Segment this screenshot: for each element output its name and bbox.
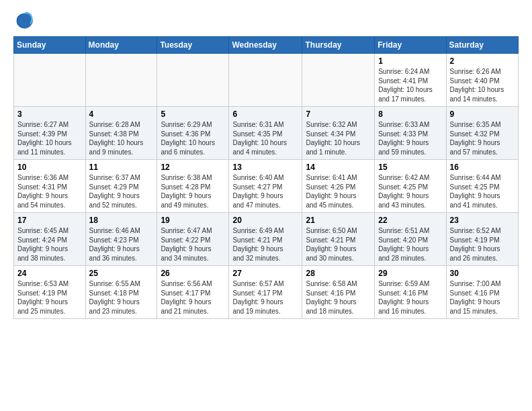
column-header-wednesday: Wednesday xyxy=(229,37,302,54)
calendar-cell: 12Sunrise: 6:38 AM Sunset: 4:28 PM Dayli… xyxy=(157,160,229,213)
calendar-cell: 1Sunrise: 6:24 AM Sunset: 4:41 PM Daylig… xyxy=(375,54,446,107)
day-number: 25 xyxy=(89,269,154,278)
calendar-week-row: 17Sunrise: 6:45 AM Sunset: 4:24 PM Dayli… xyxy=(14,213,519,266)
day-number: 4 xyxy=(89,109,154,119)
calendar-cell: 29Sunrise: 6:59 AM Sunset: 4:16 PM Dayli… xyxy=(375,266,446,319)
calendar-cell xyxy=(302,54,375,107)
column-header-friday: Friday xyxy=(375,37,446,54)
day-info: Sunrise: 7:00 AM Sunset: 4:16 PM Dayligh… xyxy=(450,279,515,316)
day-number: 7 xyxy=(306,109,371,119)
column-header-monday: Monday xyxy=(85,37,157,54)
day-info: Sunrise: 6:49 AM Sunset: 4:21 PM Dayligh… xyxy=(232,226,298,263)
calendar-body: 1Sunrise: 6:24 AM Sunset: 4:41 PM Daylig… xyxy=(14,54,519,319)
column-header-sunday: Sunday xyxy=(14,37,86,54)
calendar-cell: 28Sunrise: 6:58 AM Sunset: 4:16 PM Dayli… xyxy=(302,266,375,319)
calendar-cell: 10Sunrise: 6:36 AM Sunset: 4:31 PM Dayli… xyxy=(14,160,86,213)
day-info: Sunrise: 6:52 AM Sunset: 4:19 PM Dayligh… xyxy=(450,226,515,263)
day-info: Sunrise: 6:37 AM Sunset: 4:29 PM Dayligh… xyxy=(89,173,154,210)
day-number: 2 xyxy=(450,56,515,66)
day-number: 17 xyxy=(17,216,82,225)
calendar-cell: 11Sunrise: 6:37 AM Sunset: 4:29 PM Dayli… xyxy=(85,160,157,213)
calendar-cell: 25Sunrise: 6:55 AM Sunset: 4:18 PM Dayli… xyxy=(85,266,157,319)
day-number: 9 xyxy=(450,109,515,119)
day-info: Sunrise: 6:28 AM Sunset: 4:38 PM Dayligh… xyxy=(89,120,154,156)
calendar-cell: 14Sunrise: 6:41 AM Sunset: 4:26 PM Dayli… xyxy=(302,160,375,213)
day-number: 19 xyxy=(161,216,225,225)
calendar-cell: 9Sunrise: 6:35 AM Sunset: 4:32 PM Daylig… xyxy=(446,107,518,160)
day-number: 14 xyxy=(306,163,371,172)
day-info: Sunrise: 6:50 AM Sunset: 4:21 PM Dayligh… xyxy=(306,226,371,263)
calendar-cell: 5Sunrise: 6:29 AM Sunset: 4:36 PM Daylig… xyxy=(157,107,229,160)
day-number: 26 xyxy=(161,269,225,278)
day-info: Sunrise: 6:44 AM Sunset: 4:25 PM Dayligh… xyxy=(450,173,515,210)
day-info: Sunrise: 6:31 AM Sunset: 4:35 PM Dayligh… xyxy=(232,120,298,156)
calendar-week-row: 1Sunrise: 6:24 AM Sunset: 4:41 PM Daylig… xyxy=(14,54,519,107)
day-info: Sunrise: 6:47 AM Sunset: 4:22 PM Dayligh… xyxy=(161,226,225,263)
column-header-thursday: Thursday xyxy=(302,37,375,54)
day-number: 6 xyxy=(232,109,298,119)
day-number: 10 xyxy=(17,163,82,172)
calendar-cell: 21Sunrise: 6:50 AM Sunset: 4:21 PM Dayli… xyxy=(302,213,375,266)
calendar-cell: 15Sunrise: 6:42 AM Sunset: 4:25 PM Dayli… xyxy=(375,160,446,213)
day-info: Sunrise: 6:36 AM Sunset: 4:31 PM Dayligh… xyxy=(17,173,82,210)
calendar-cell: 27Sunrise: 6:57 AM Sunset: 4:17 PM Dayli… xyxy=(229,266,302,319)
calendar-cell: 19Sunrise: 6:47 AM Sunset: 4:22 PM Dayli… xyxy=(157,213,229,266)
calendar-cell: 4Sunrise: 6:28 AM Sunset: 4:38 PM Daylig… xyxy=(85,107,157,160)
day-info: Sunrise: 6:33 AM Sunset: 4:33 PM Dayligh… xyxy=(378,120,442,156)
calendar-cell: 2Sunrise: 6:26 AM Sunset: 4:40 PM Daylig… xyxy=(446,54,518,107)
calendar-cell xyxy=(157,54,229,107)
day-number: 3 xyxy=(17,109,82,119)
calendar-cell: 16Sunrise: 6:44 AM Sunset: 4:25 PM Dayli… xyxy=(446,160,518,213)
day-info: Sunrise: 6:27 AM Sunset: 4:39 PM Dayligh… xyxy=(17,120,82,156)
day-number: 8 xyxy=(378,109,442,119)
day-number: 11 xyxy=(89,163,154,172)
calendar-cell: 26Sunrise: 6:56 AM Sunset: 4:17 PM Dayli… xyxy=(157,266,229,319)
day-info: Sunrise: 6:59 AM Sunset: 4:16 PM Dayligh… xyxy=(378,279,442,316)
calendar-week-row: 10Sunrise: 6:36 AM Sunset: 4:31 PM Dayli… xyxy=(14,160,519,213)
calendar-cell: 7Sunrise: 6:32 AM Sunset: 4:34 PM Daylig… xyxy=(302,107,375,160)
day-number: 29 xyxy=(378,269,442,278)
calendar-header-row: SundayMondayTuesdayWednesdayThursdayFrid… xyxy=(14,37,519,54)
calendar-cell: 13Sunrise: 6:40 AM Sunset: 4:27 PM Dayli… xyxy=(229,160,302,213)
day-info: Sunrise: 6:26 AM Sunset: 4:40 PM Dayligh… xyxy=(450,67,515,103)
column-header-tuesday: Tuesday xyxy=(157,37,229,54)
logo-icon xyxy=(13,11,34,31)
day-info: Sunrise: 6:53 AM Sunset: 4:19 PM Dayligh… xyxy=(17,279,82,316)
day-number: 18 xyxy=(89,216,154,225)
calendar-cell: 8Sunrise: 6:33 AM Sunset: 4:33 PM Daylig… xyxy=(375,107,446,160)
calendar-cell: 24Sunrise: 6:53 AM Sunset: 4:19 PM Dayli… xyxy=(14,266,86,319)
calendar-cell xyxy=(14,54,86,107)
calendar-cell: 22Sunrise: 6:51 AM Sunset: 4:20 PM Dayli… xyxy=(375,213,446,266)
day-info: Sunrise: 6:38 AM Sunset: 4:28 PM Dayligh… xyxy=(161,173,225,210)
calendar-cell: 23Sunrise: 6:52 AM Sunset: 4:19 PM Dayli… xyxy=(446,213,518,266)
calendar-cell: 6Sunrise: 6:31 AM Sunset: 4:35 PM Daylig… xyxy=(229,107,302,160)
day-number: 5 xyxy=(161,109,225,119)
day-info: Sunrise: 6:55 AM Sunset: 4:18 PM Dayligh… xyxy=(89,279,154,316)
day-number: 22 xyxy=(378,216,442,225)
calendar-cell xyxy=(229,54,302,107)
day-info: Sunrise: 6:40 AM Sunset: 4:27 PM Dayligh… xyxy=(232,173,298,210)
day-number: 30 xyxy=(450,269,515,278)
day-number: 15 xyxy=(378,163,442,172)
page: SundayMondayTuesdayWednesdayThursdayFrid… xyxy=(0,0,532,326)
calendar: SundayMondayTuesdayWednesdayThursdayFrid… xyxy=(13,36,519,319)
calendar-week-row: 24Sunrise: 6:53 AM Sunset: 4:19 PM Dayli… xyxy=(14,266,519,319)
header xyxy=(13,11,519,31)
day-info: Sunrise: 6:42 AM Sunset: 4:25 PM Dayligh… xyxy=(378,173,442,210)
calendar-header: SundayMondayTuesdayWednesdayThursdayFrid… xyxy=(14,37,519,54)
day-number: 21 xyxy=(306,216,371,225)
day-number: 13 xyxy=(232,163,298,172)
day-info: Sunrise: 6:41 AM Sunset: 4:26 PM Dayligh… xyxy=(306,173,371,210)
day-number: 24 xyxy=(17,269,82,278)
day-number: 28 xyxy=(306,269,371,278)
day-info: Sunrise: 6:29 AM Sunset: 4:36 PM Dayligh… xyxy=(161,120,225,156)
day-number: 23 xyxy=(450,216,515,225)
calendar-cell: 18Sunrise: 6:46 AM Sunset: 4:23 PM Dayli… xyxy=(85,213,157,266)
day-number: 1 xyxy=(378,56,442,66)
logo xyxy=(13,11,36,31)
day-info: Sunrise: 6:45 AM Sunset: 4:24 PM Dayligh… xyxy=(17,226,82,263)
day-number: 16 xyxy=(450,163,515,172)
day-info: Sunrise: 6:35 AM Sunset: 4:32 PM Dayligh… xyxy=(450,120,515,156)
day-info: Sunrise: 6:24 AM Sunset: 4:41 PM Dayligh… xyxy=(378,67,442,103)
day-number: 12 xyxy=(161,163,225,172)
